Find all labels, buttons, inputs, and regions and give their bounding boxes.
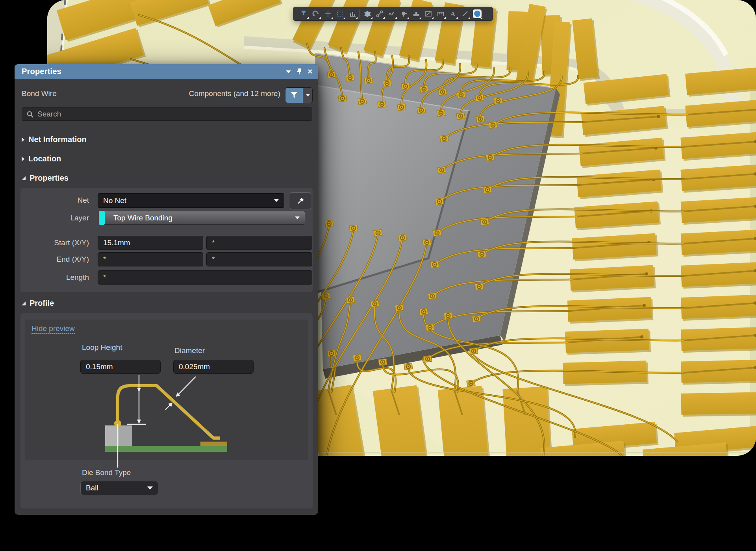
search-input[interactable]: Search xyxy=(22,107,312,121)
collapsed-arrow-icon xyxy=(22,157,24,161)
section-net-information[interactable]: Net Information xyxy=(22,135,87,144)
expanded-arrow-icon xyxy=(22,301,26,305)
profile-group: Hide preview Loop Height Diameter 0.15mm… xyxy=(20,313,313,508)
end-y-input[interactable]: * xyxy=(206,252,312,266)
probe-icon[interactable] xyxy=(398,8,410,20)
sphere-view-icon[interactable] xyxy=(471,8,483,20)
start-label: Start (X/Y) xyxy=(20,239,89,247)
board-stack-icon[interactable] xyxy=(346,8,358,20)
app: A Properties Bond Wire Components (and 1… xyxy=(0,0,756,551)
net-dropdown[interactable]: No Net xyxy=(98,193,284,208)
section-location[interactable]: Location xyxy=(22,154,61,163)
line-rect-icon[interactable] xyxy=(422,8,434,20)
line-icon[interactable] xyxy=(459,8,471,20)
layer-color-swatch xyxy=(99,211,105,225)
profile-preview xyxy=(25,320,308,460)
expanded-arrow-icon xyxy=(22,176,26,180)
panel-title: Properties xyxy=(22,67,61,76)
route-wire-icon[interactable] xyxy=(373,8,385,20)
end-x-input[interactable]: * xyxy=(98,252,203,266)
close-icon[interactable] xyxy=(308,69,313,74)
chevron-down-icon[interactable] xyxy=(286,70,291,73)
diameter-label: Diameter xyxy=(174,346,205,355)
filter-dropdown-arrow[interactable] xyxy=(303,88,312,103)
panel-titlebar[interactable]: Properties xyxy=(15,64,318,79)
crosshair-icon[interactable] xyxy=(322,8,334,20)
svg-text:A: A xyxy=(450,10,455,18)
component-icon[interactable] xyxy=(361,8,373,20)
filter-icon[interactable] xyxy=(297,8,309,20)
die-bond-type-label: Die Bond Type xyxy=(82,468,131,477)
length-label: Length xyxy=(20,273,89,282)
toolbar-separator xyxy=(359,9,360,18)
separator xyxy=(23,229,310,230)
hide-preview-link[interactable]: Hide preview xyxy=(32,324,75,334)
length-input[interactable]: * xyxy=(98,270,312,285)
object-type-label: Bond Wire xyxy=(22,89,57,98)
eyedropper-button[interactable] xyxy=(290,192,311,209)
chevron-down-icon xyxy=(274,199,279,202)
collapsed-arrow-icon xyxy=(22,137,24,142)
filter-icon[interactable] xyxy=(285,88,303,103)
properties-group: Net No Net Layer Top Wire Bonding Start … xyxy=(20,188,313,292)
diameter-input[interactable]: 0.025mm xyxy=(173,360,254,374)
layer-dropdown[interactable]: Top Wire Bonding xyxy=(99,211,305,225)
measure-icon[interactable] xyxy=(434,8,447,20)
floating-toolbar: A xyxy=(293,7,493,21)
text-icon[interactable]: A xyxy=(447,8,459,20)
eyedropper-icon xyxy=(296,197,304,205)
net-label: Net xyxy=(20,196,89,205)
layer-label: Layer xyxy=(20,214,89,222)
pin-icon[interactable] xyxy=(296,68,302,75)
chevron-down-icon xyxy=(147,486,153,490)
scope-filter-button[interactable] xyxy=(285,87,313,103)
section-properties[interactable]: Properties xyxy=(22,174,69,183)
properties-panel: Properties Bond Wire Components (and 12 … xyxy=(15,64,318,515)
select-area-icon[interactable] xyxy=(334,8,346,20)
section-profile[interactable]: Profile xyxy=(22,299,54,308)
search-placeholder: Search xyxy=(37,110,61,118)
start-y-input[interactable]: * xyxy=(206,236,312,250)
loop-height-label: Loop Height xyxy=(82,343,122,352)
loop-height-input[interactable]: 0.15mm xyxy=(80,360,161,374)
scope-label[interactable]: Components (and 12 more) xyxy=(189,89,280,98)
start-x-input[interactable]: 15.1mm xyxy=(98,236,203,250)
chevron-down-icon xyxy=(295,216,300,219)
interactive-route-icon[interactable] xyxy=(385,8,398,20)
die-bond-type-dropdown[interactable]: Ball xyxy=(80,481,158,495)
end-label: End (X/Y) xyxy=(20,255,89,264)
snap-magnet-icon[interactable] xyxy=(309,8,322,20)
polygon-step-icon[interactable] xyxy=(410,8,422,20)
search-icon xyxy=(27,111,33,118)
